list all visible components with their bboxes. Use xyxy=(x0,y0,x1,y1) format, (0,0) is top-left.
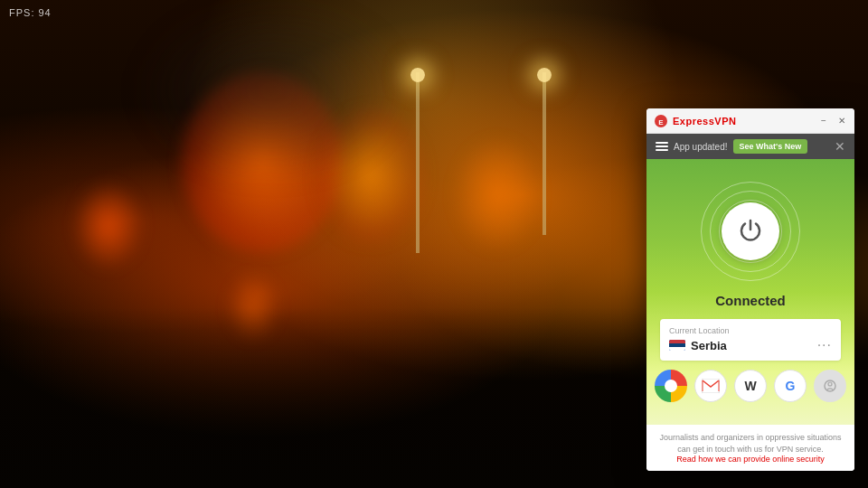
game-hud: FPS: 94 xyxy=(9,7,52,18)
street-lamp-1 xyxy=(416,72,420,253)
vpn-titlebar: E ExpressVPN − ✕ xyxy=(646,108,854,134)
location-left: Serbia xyxy=(669,339,727,352)
location-label: Current Location xyxy=(669,326,832,335)
location-more-button[interactable]: ··· xyxy=(817,337,832,353)
vpn-notification-bar: App updated! See What's New ✕ xyxy=(646,134,854,159)
location-icon xyxy=(823,379,837,393)
gmail-shortcut[interactable] xyxy=(694,370,727,402)
chrome-shortcut[interactable] xyxy=(655,370,687,402)
svg-rect-2 xyxy=(669,340,685,343)
street-lamp-2 xyxy=(542,72,546,235)
vpn-window: E ExpressVPN − ✕ App updated! See What's… xyxy=(646,108,854,471)
fire-effect-3 xyxy=(452,136,542,253)
vpn-titlebar-left: E ExpressVPN xyxy=(654,114,736,128)
location-row: Serbia ··· xyxy=(669,337,832,353)
svg-rect-4 xyxy=(669,347,685,351)
shortcuts-bar: W G xyxy=(655,370,846,402)
notification-text: App updated! xyxy=(674,142,728,152)
minimize-button[interactable]: − xyxy=(818,116,829,127)
notif-left: App updated! See What's New xyxy=(656,139,807,154)
vpn-titlebar-controls: − ✕ xyxy=(818,116,847,127)
footer-link[interactable]: Read how we can provide online security xyxy=(657,455,844,464)
smoke-effect xyxy=(136,0,407,181)
vpn-footer: Journalists and organizers in oppressive… xyxy=(646,425,854,471)
menu-icon[interactable] xyxy=(656,142,668,151)
vpn-power-button[interactable] xyxy=(722,202,779,260)
wikipedia-icon-letter: W xyxy=(744,379,756,393)
footer-text-1: Journalists and organizers in oppressive… xyxy=(657,432,844,455)
svg-text:E: E xyxy=(658,118,664,127)
wikipedia-shortcut[interactable]: W xyxy=(734,370,767,402)
location-name: Serbia xyxy=(691,339,727,352)
svg-rect-5 xyxy=(702,379,720,393)
svg-point-7 xyxy=(828,382,832,386)
power-icon xyxy=(737,218,764,245)
chrome-inner-circle xyxy=(665,380,677,392)
google-icon-letter: G xyxy=(786,379,796,393)
connection-status: Connected xyxy=(715,293,786,308)
svg-rect-3 xyxy=(669,343,685,347)
fire-effect-4 xyxy=(72,181,145,271)
notification-close-button[interactable]: ✕ xyxy=(835,139,845,154)
vpn-app-title: ExpressVPN xyxy=(673,116,736,127)
serbia-flag-icon xyxy=(669,340,685,351)
close-button[interactable]: ✕ xyxy=(836,116,847,127)
add-shortcut-button[interactable] xyxy=(814,370,846,402)
google-shortcut[interactable]: G xyxy=(774,370,807,402)
power-button-container xyxy=(696,177,805,286)
expressvpn-logo-icon: E xyxy=(654,114,668,128)
see-whats-new-button[interactable]: See What's New xyxy=(733,139,808,154)
vpn-body: Connected Current Location Serbia xyxy=(646,159,854,425)
gmail-icon xyxy=(702,379,720,393)
vpn-location-bar[interactable]: Current Location Serbia ··· xyxy=(660,319,841,361)
